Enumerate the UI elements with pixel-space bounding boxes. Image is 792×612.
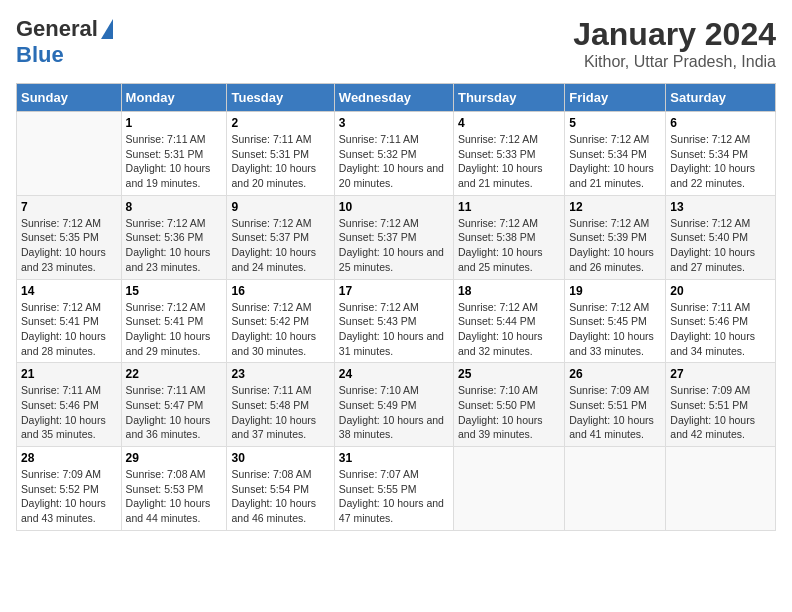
day-cell: 6Sunrise: 7:12 AM Sunset: 5:34 PM Daylig…: [666, 112, 776, 196]
day-info: Sunrise: 7:12 AM Sunset: 5:42 PM Dayligh…: [231, 300, 329, 359]
day-number: 11: [458, 200, 560, 214]
week-row-1: 1Sunrise: 7:11 AM Sunset: 5:31 PM Daylig…: [17, 112, 776, 196]
day-number: 15: [126, 284, 223, 298]
column-header-saturday: Saturday: [666, 84, 776, 112]
week-row-5: 28Sunrise: 7:09 AM Sunset: 5:52 PM Dayli…: [17, 447, 776, 531]
day-cell: 29Sunrise: 7:08 AM Sunset: 5:53 PM Dayli…: [121, 447, 227, 531]
day-cell: 13Sunrise: 7:12 AM Sunset: 5:40 PM Dayli…: [666, 195, 776, 279]
day-number: 29: [126, 451, 223, 465]
day-cell: 15Sunrise: 7:12 AM Sunset: 5:41 PM Dayli…: [121, 279, 227, 363]
day-info: Sunrise: 7:08 AM Sunset: 5:54 PM Dayligh…: [231, 467, 329, 526]
day-cell: [666, 447, 776, 531]
day-number: 26: [569, 367, 661, 381]
day-info: Sunrise: 7:12 AM Sunset: 5:43 PM Dayligh…: [339, 300, 449, 359]
day-cell: 3Sunrise: 7:11 AM Sunset: 5:32 PM Daylig…: [334, 112, 453, 196]
day-info: Sunrise: 7:12 AM Sunset: 5:41 PM Dayligh…: [126, 300, 223, 359]
day-info: Sunrise: 7:11 AM Sunset: 5:48 PM Dayligh…: [231, 383, 329, 442]
day-cell: 16Sunrise: 7:12 AM Sunset: 5:42 PM Dayli…: [227, 279, 334, 363]
day-number: 14: [21, 284, 117, 298]
day-info: Sunrise: 7:12 AM Sunset: 5:34 PM Dayligh…: [670, 132, 771, 191]
day-number: 9: [231, 200, 329, 214]
day-number: 17: [339, 284, 449, 298]
week-row-3: 14Sunrise: 7:12 AM Sunset: 5:41 PM Dayli…: [17, 279, 776, 363]
day-info: Sunrise: 7:11 AM Sunset: 5:46 PM Dayligh…: [670, 300, 771, 359]
day-cell: 23Sunrise: 7:11 AM Sunset: 5:48 PM Dayli…: [227, 363, 334, 447]
day-number: 6: [670, 116, 771, 130]
day-info: Sunrise: 7:11 AM Sunset: 5:31 PM Dayligh…: [231, 132, 329, 191]
day-info: Sunrise: 7:07 AM Sunset: 5:55 PM Dayligh…: [339, 467, 449, 526]
day-cell: 31Sunrise: 7:07 AM Sunset: 5:55 PM Dayli…: [334, 447, 453, 531]
day-cell: 7Sunrise: 7:12 AM Sunset: 5:35 PM Daylig…: [17, 195, 122, 279]
day-cell: [453, 447, 564, 531]
day-cell: 28Sunrise: 7:09 AM Sunset: 5:52 PM Dayli…: [17, 447, 122, 531]
day-cell: 11Sunrise: 7:12 AM Sunset: 5:38 PM Dayli…: [453, 195, 564, 279]
day-number: 16: [231, 284, 329, 298]
day-cell: 20Sunrise: 7:11 AM Sunset: 5:46 PM Dayli…: [666, 279, 776, 363]
day-info: Sunrise: 7:09 AM Sunset: 5:52 PM Dayligh…: [21, 467, 117, 526]
day-cell: 5Sunrise: 7:12 AM Sunset: 5:34 PM Daylig…: [565, 112, 666, 196]
day-info: Sunrise: 7:12 AM Sunset: 5:45 PM Dayligh…: [569, 300, 661, 359]
day-cell: [17, 112, 122, 196]
day-number: 23: [231, 367, 329, 381]
day-info: Sunrise: 7:12 AM Sunset: 5:35 PM Dayligh…: [21, 216, 117, 275]
day-info: Sunrise: 7:12 AM Sunset: 5:36 PM Dayligh…: [126, 216, 223, 275]
day-number: 13: [670, 200, 771, 214]
column-header-wednesday: Wednesday: [334, 84, 453, 112]
day-number: 1: [126, 116, 223, 130]
logo-general-text: General: [16, 16, 98, 42]
day-info: Sunrise: 7:11 AM Sunset: 5:46 PM Dayligh…: [21, 383, 117, 442]
day-info: Sunrise: 7:09 AM Sunset: 5:51 PM Dayligh…: [569, 383, 661, 442]
day-number: 27: [670, 367, 771, 381]
day-info: Sunrise: 7:12 AM Sunset: 5:37 PM Dayligh…: [231, 216, 329, 275]
day-cell: 21Sunrise: 7:11 AM Sunset: 5:46 PM Dayli…: [17, 363, 122, 447]
day-cell: 4Sunrise: 7:12 AM Sunset: 5:33 PM Daylig…: [453, 112, 564, 196]
day-info: Sunrise: 7:12 AM Sunset: 5:37 PM Dayligh…: [339, 216, 449, 275]
day-info: Sunrise: 7:09 AM Sunset: 5:51 PM Dayligh…: [670, 383, 771, 442]
day-number: 30: [231, 451, 329, 465]
day-number: 31: [339, 451, 449, 465]
day-cell: 24Sunrise: 7:10 AM Sunset: 5:49 PM Dayli…: [334, 363, 453, 447]
page-header: General Blue January 2024 Kithor, Uttar …: [16, 16, 776, 71]
day-cell: 25Sunrise: 7:10 AM Sunset: 5:50 PM Dayli…: [453, 363, 564, 447]
day-cell: 18Sunrise: 7:12 AM Sunset: 5:44 PM Dayli…: [453, 279, 564, 363]
day-number: 5: [569, 116, 661, 130]
column-header-sunday: Sunday: [17, 84, 122, 112]
day-cell: 22Sunrise: 7:11 AM Sunset: 5:47 PM Dayli…: [121, 363, 227, 447]
day-cell: 26Sunrise: 7:09 AM Sunset: 5:51 PM Dayli…: [565, 363, 666, 447]
day-number: 25: [458, 367, 560, 381]
day-info: Sunrise: 7:12 AM Sunset: 5:33 PM Dayligh…: [458, 132, 560, 191]
day-number: 4: [458, 116, 560, 130]
day-cell: 10Sunrise: 7:12 AM Sunset: 5:37 PM Dayli…: [334, 195, 453, 279]
day-cell: 8Sunrise: 7:12 AM Sunset: 5:36 PM Daylig…: [121, 195, 227, 279]
day-cell: 14Sunrise: 7:12 AM Sunset: 5:41 PM Dayli…: [17, 279, 122, 363]
day-info: Sunrise: 7:12 AM Sunset: 5:38 PM Dayligh…: [458, 216, 560, 275]
day-cell: 12Sunrise: 7:12 AM Sunset: 5:39 PM Dayli…: [565, 195, 666, 279]
day-info: Sunrise: 7:12 AM Sunset: 5:34 PM Dayligh…: [569, 132, 661, 191]
day-cell: 19Sunrise: 7:12 AM Sunset: 5:45 PM Dayli…: [565, 279, 666, 363]
column-header-tuesday: Tuesday: [227, 84, 334, 112]
day-cell: 2Sunrise: 7:11 AM Sunset: 5:31 PM Daylig…: [227, 112, 334, 196]
day-info: Sunrise: 7:12 AM Sunset: 5:40 PM Dayligh…: [670, 216, 771, 275]
day-info: Sunrise: 7:10 AM Sunset: 5:50 PM Dayligh…: [458, 383, 560, 442]
day-number: 20: [670, 284, 771, 298]
day-cell: 30Sunrise: 7:08 AM Sunset: 5:54 PM Dayli…: [227, 447, 334, 531]
column-header-friday: Friday: [565, 84, 666, 112]
day-number: 12: [569, 200, 661, 214]
day-info: Sunrise: 7:11 AM Sunset: 5:47 PM Dayligh…: [126, 383, 223, 442]
day-cell: 17Sunrise: 7:12 AM Sunset: 5:43 PM Dayli…: [334, 279, 453, 363]
day-number: 28: [21, 451, 117, 465]
logo-blue-text: Blue: [16, 42, 64, 68]
day-info: Sunrise: 7:10 AM Sunset: 5:49 PM Dayligh…: [339, 383, 449, 442]
page-subtitle: Kithor, Uttar Pradesh, India: [573, 53, 776, 71]
day-info: Sunrise: 7:11 AM Sunset: 5:31 PM Dayligh…: [126, 132, 223, 191]
day-number: 22: [126, 367, 223, 381]
day-number: 10: [339, 200, 449, 214]
day-number: 18: [458, 284, 560, 298]
calendar-table: SundayMondayTuesdayWednesdayThursdayFrid…: [16, 83, 776, 531]
logo: General Blue: [16, 16, 113, 68]
day-cell: 27Sunrise: 7:09 AM Sunset: 5:51 PM Dayli…: [666, 363, 776, 447]
logo-triangle-icon: [101, 19, 113, 39]
day-info: Sunrise: 7:11 AM Sunset: 5:32 PM Dayligh…: [339, 132, 449, 191]
day-cell: 1Sunrise: 7:11 AM Sunset: 5:31 PM Daylig…: [121, 112, 227, 196]
page-title: January 2024: [573, 16, 776, 53]
